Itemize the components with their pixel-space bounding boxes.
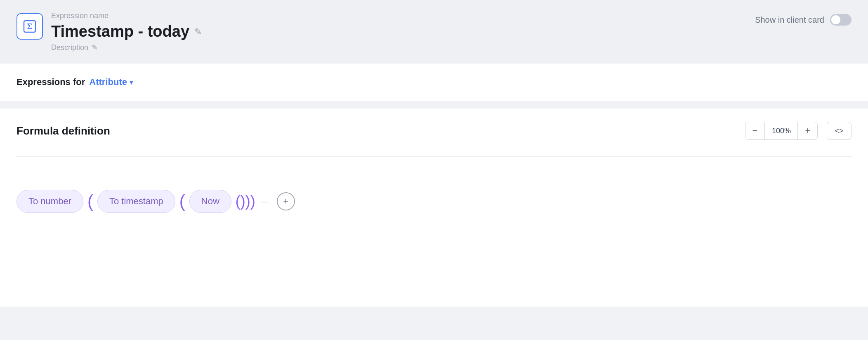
formula-section: Formula definition − 100% + <> To number… xyxy=(0,109,868,307)
pill-now[interactable]: Now xyxy=(189,190,231,213)
svg-text:Σ: Σ xyxy=(27,22,32,31)
formula-header: Formula definition − 100% + <> xyxy=(17,122,851,140)
open-paren-1: ( xyxy=(87,193,93,210)
close-parens: ())) xyxy=(236,193,255,210)
header-left: Σ Expression name Timestamp - today ✎ De… xyxy=(17,12,202,52)
chevron-down-icon: ▾ xyxy=(130,78,133,86)
formula-canvas: To number ( To timestamp ( Now ())) — + xyxy=(17,182,851,221)
expression-name-label: Expression name xyxy=(51,12,202,20)
pill-to-number[interactable]: To number xyxy=(17,190,83,213)
connector-line: — xyxy=(261,197,269,206)
zoom-out-button[interactable]: − xyxy=(745,122,765,140)
open-paren-2: ( xyxy=(179,193,185,210)
formula-controls: − 100% + <> xyxy=(745,122,851,140)
code-view-button[interactable]: <> xyxy=(827,122,851,140)
zoom-group: − 100% + xyxy=(745,122,818,140)
show-in-client-label: Show in client card xyxy=(755,15,824,25)
pill-to-timestamp[interactable]: To timestamp xyxy=(97,190,175,213)
expressions-row: Expressions for Attribute ▾ xyxy=(17,77,851,87)
expression-icon: Σ xyxy=(17,13,43,40)
attribute-dropdown[interactable]: Attribute ▾ xyxy=(89,77,133,87)
header-right: Show in client card xyxy=(755,12,851,26)
edit-description-icon[interactable]: ✎ xyxy=(92,43,98,52)
header-section: Σ Expression name Timestamp - today ✎ De… xyxy=(0,0,868,64)
formula-divider xyxy=(17,156,851,157)
zoom-in-button[interactable]: + xyxy=(798,122,818,140)
title-row: Timestamp - today ✎ xyxy=(51,23,202,40)
title-area: Expression name Timestamp - today ✎ Desc… xyxy=(51,12,202,52)
main-title: Timestamp - today xyxy=(51,23,189,40)
add-formula-element-button[interactable]: + xyxy=(277,192,295,210)
attribute-label: Attribute xyxy=(89,77,127,87)
description-label: Description xyxy=(51,43,88,52)
expressions-label: Expressions for xyxy=(17,77,85,87)
formula-title: Formula definition xyxy=(17,125,110,137)
description-row: Description ✎ xyxy=(51,43,202,52)
zoom-value: 100% xyxy=(765,122,798,140)
expressions-section: Expressions for Attribute ▾ xyxy=(0,64,868,101)
show-in-client-toggle[interactable] xyxy=(830,14,851,26)
edit-title-icon[interactable]: ✎ xyxy=(194,26,202,37)
add-icon: + xyxy=(283,196,288,207)
